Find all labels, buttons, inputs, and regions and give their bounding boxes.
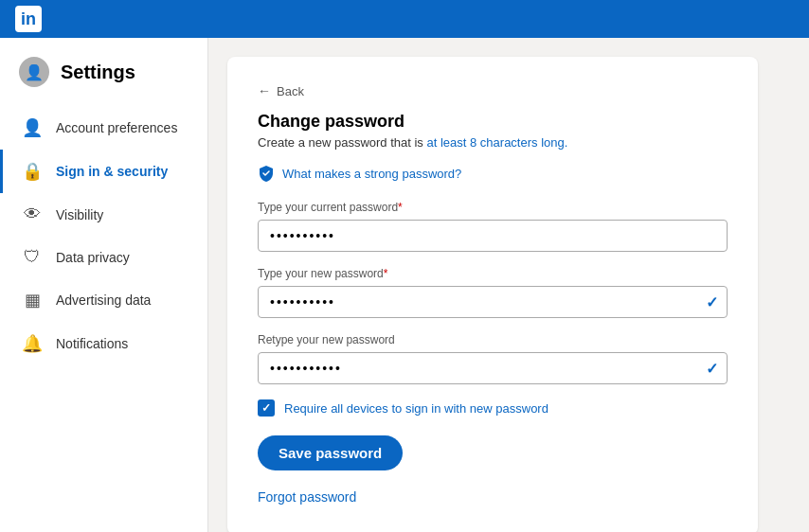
- content-area: ← Back Change password Create a new pass…: [208, 38, 809, 532]
- current-password-label: Type your current password*: [258, 201, 728, 214]
- require-signin-checkbox[interactable]: ✓: [258, 399, 275, 417]
- current-password-group: Type your current password*: [258, 201, 728, 252]
- sidebar-item-label: Sign in & security: [56, 164, 168, 179]
- change-password-card: ← Back Change password Create a new pass…: [227, 57, 758, 532]
- retype-password-group: Retype your new password ✓: [258, 333, 728, 384]
- lock-icon: 🔒: [22, 161, 43, 182]
- strong-password-link[interactable]: What makes a strong password?: [258, 165, 728, 182]
- current-password-input[interactable]: [258, 220, 728, 252]
- require-signin-checkbox-row: ✓ Require all devices to sign in with ne…: [258, 399, 728, 417]
- sidebar-item-advertising-data[interactable]: ▦ Advertising data: [0, 278, 207, 322]
- sidebar-item-account-preferences[interactable]: 👤 Account preferences: [0, 106, 207, 150]
- card-title: Change password: [258, 112, 728, 132]
- retype-password-check-icon: ✓: [706, 360, 718, 378]
- linkedin-logo: in: [15, 6, 42, 32]
- sidebar: 👤 Settings 👤 Account preferences 🔒 Sign …: [0, 38, 208, 532]
- new-password-input-wrapper: ✓: [258, 286, 728, 318]
- settings-title: Settings: [61, 62, 135, 83]
- eye-icon: 👁: [22, 204, 43, 224]
- topbar: in: [0, 0, 809, 38]
- back-arrow-icon: ←: [258, 83, 271, 98]
- settings-header: 👤 Settings: [0, 57, 207, 106]
- sidebar-item-label: Account preferences: [56, 120, 177, 135]
- new-password-input[interactable]: [258, 286, 728, 318]
- shield-badge-icon: [258, 165, 275, 182]
- new-password-label: Type your new password*: [258, 267, 728, 280]
- save-password-button[interactable]: Save password: [258, 435, 403, 470]
- sidebar-item-visibility[interactable]: 👁 Visibility: [0, 193, 207, 236]
- retype-password-input-wrapper: ✓: [258, 352, 728, 384]
- subtitle-highlight: at least 8 characters long.: [426, 135, 567, 150]
- account-preferences-icon: 👤: [22, 117, 43, 138]
- retype-password-input[interactable]: [258, 352, 728, 384]
- forgot-password-link[interactable]: Forgot password: [258, 489, 728, 505]
- avatar: 👤: [19, 57, 49, 87]
- main-layout: 👤 Settings 👤 Account preferences 🔒 Sign …: [0, 38, 809, 532]
- card-subtitle: Create a new password that is at least 8…: [258, 135, 728, 150]
- new-password-check-icon: ✓: [706, 293, 718, 311]
- back-button[interactable]: ← Back: [258, 83, 728, 98]
- back-label: Back: [277, 84, 304, 98]
- sidebar-item-label: Advertising data: [56, 293, 151, 308]
- sidebar-item-label: Visibility: [56, 207, 103, 222]
- sidebar-item-notifications[interactable]: 🔔 Notifications: [0, 322, 207, 365]
- sidebar-item-label: Notifications: [56, 336, 128, 351]
- new-password-group: Type your new password* ✓: [258, 267, 728, 318]
- retype-password-label: Retype your new password: [258, 333, 728, 346]
- shield-icon: 🛡: [22, 247, 43, 267]
- sidebar-item-data-privacy[interactable]: 🛡 Data privacy: [0, 236, 207, 278]
- require-signin-label: Require all devices to sign in with new …: [284, 401, 548, 416]
- strong-password-text: What makes a strong password?: [282, 167, 461, 181]
- sidebar-item-label: Data privacy: [56, 250, 130, 265]
- current-password-input-wrapper: [258, 220, 728, 252]
- bell-icon: 🔔: [22, 333, 43, 354]
- sidebar-item-sign-in-security[interactable]: 🔒 Sign in & security: [0, 150, 207, 193]
- grid-icon: ▦: [22, 290, 43, 310]
